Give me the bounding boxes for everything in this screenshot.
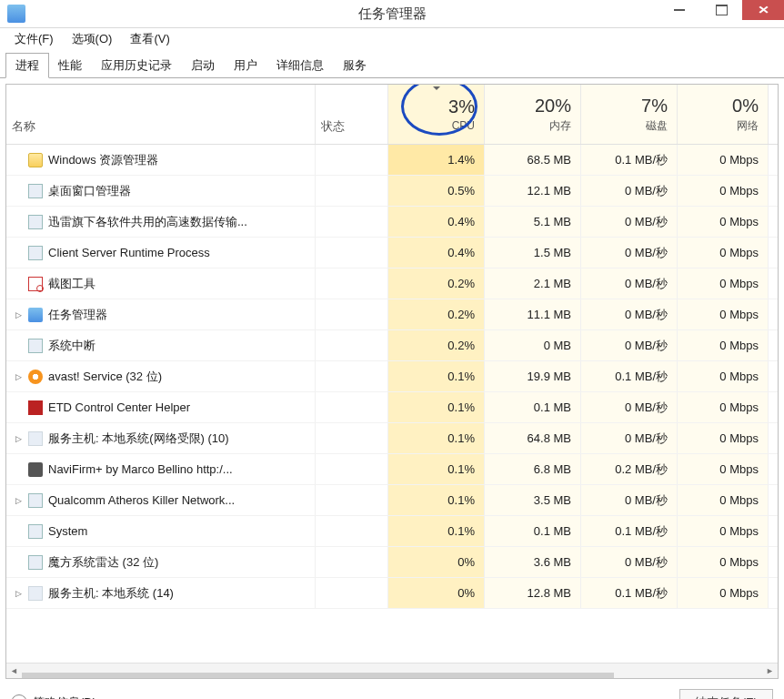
table-row[interactable]: ▷服务主机: 本地系统 (14)0%12.8 MB0.1 MB/秒0 Mbps [6,578,778,609]
process-icon [28,339,43,353]
tab-services[interactable]: 服务 [333,53,377,77]
cell-mem: 1.5 MB [485,238,581,268]
col-state[interactable]: 状态 [316,85,388,144]
col-mem-value: 20% [535,96,571,116]
table-row[interactable]: ▷Client Server Runtime Process0.4%1.5 MB… [6,238,778,268]
cell-mem: 0 MB [485,330,581,360]
process-name: 截图工具 [48,276,95,292]
cell-net: 0 Mbps [678,361,769,391]
scroll-left-icon[interactable]: ◄ [6,664,22,679]
cell-disk: 0 MB/秒 [581,207,678,237]
cell-cpu: 0.1% [388,392,485,422]
tab-startup[interactable]: 启动 [181,53,225,77]
table-row[interactable]: ▷服务主机: 本地系统(网络受限) (10)0.1%64.8 MB0 MB/秒0… [6,423,778,454]
cell-disk: 0 MB/秒 [581,423,678,453]
process-icon [28,153,43,167]
col-disk[interactable]: 7% 磁盘 [581,85,678,144]
tabstrip: 进程 性能 应用历史记录 启动 用户 详细信息 服务 [0,52,784,78]
cell-disk: 0.2 MB/秒 [581,454,678,484]
tab-app-history[interactable]: 应用历史记录 [91,53,182,77]
cell-mem: 68.5 MB [485,145,581,175]
process-icon [28,555,43,570]
menu-view[interactable]: 查看(V) [121,29,178,49]
cell-mem: 12.8 MB [485,578,581,608]
close-button[interactable] [742,0,784,20]
end-task-button[interactable]: 结束任务(E) [679,689,773,699]
table-row[interactable]: ▷系统中断0.2%0 MB0 MB/秒0 Mbps [6,330,778,361]
horizontal-scrollbar[interactable]: ◄ ► [6,663,778,678]
expand-icon[interactable]: ▷ [14,372,23,381]
process-name: Client Server Runtime Process [48,246,210,259]
cell-mem: 6.8 MB [485,454,581,484]
cell-cpu: 0.1% [388,485,485,515]
cell-net: 0 Mbps [678,547,769,577]
cell-disk: 0 MB/秒 [581,238,678,268]
cell-name: ▷魔方系统雷达 (32 位) [6,547,316,577]
cell-net: 0 Mbps [678,423,769,453]
cell-mem: 12.1 MB [485,176,581,206]
bottombar: ˄ 简略信息(D) 结束任务(E) [0,684,784,699]
col-net-label: 网络 [737,118,759,134]
expand-icon[interactable]: ▷ [14,310,23,319]
table-row[interactable]: ▷Windows 资源管理器1.4%68.5 MB0.1 MB/秒0 Mbps [6,145,778,176]
cell-name: ▷ETD Control Center Helper [6,392,316,422]
cell-cpu: 0.1% [388,361,485,391]
menu-options[interactable]: 选项(O) [63,29,122,49]
cell-cpu: 0.4% [388,238,485,268]
cell-net: 0 Mbps [678,454,769,484]
cell-net: 0 Mbps [678,268,769,299]
expand-icon[interactable]: ▷ [14,434,23,443]
fewer-details-button[interactable]: ˄ 简略信息(D) [11,694,96,699]
process-icon [28,400,43,415]
table-row[interactable]: ▷截图工具0.2%2.1 MB0 MB/秒0 Mbps [6,268,778,299]
fewer-details-label: 简略信息(D) [33,694,96,699]
process-icon [28,246,43,260]
table-row[interactable]: ▷NaviFirm+ by Marco Bellino http:/...0.1… [6,454,778,485]
table-row[interactable]: ▷System0.1%0.1 MB0.1 MB/秒0 Mbps [6,516,778,547]
scroll-right-icon[interactable]: ► [762,664,778,679]
scroll-thumb[interactable] [22,673,614,679]
cell-mem: 64.8 MB [485,423,581,453]
process-name: 魔方系统雷达 (32 位) [48,554,158,571]
menu-file[interactable]: 文件(F) [5,29,63,49]
table-row[interactable]: ▷ETD Control Center Helper0.1%0.1 MB0 MB… [6,392,778,423]
process-rows: ▷Windows 资源管理器1.4%68.5 MB0.1 MB/秒0 Mbps▷… [6,145,778,663]
cell-state [316,299,388,329]
window-buttons [658,0,784,27]
expand-icon[interactable]: ▷ [14,496,23,505]
expand-icon[interactable]: ▷ [14,589,23,598]
cell-net: 0 Mbps [678,516,769,546]
menubar: 文件(F) 选项(O) 查看(V) [0,28,784,50]
col-cpu-value: 3% [448,96,475,117]
cell-mem: 0.1 MB [485,392,581,422]
cell-net: 0 Mbps [678,176,769,206]
table-row[interactable]: ▷avast! Service (32 位)0.1%19.9 MB0.1 MB/… [6,361,778,392]
table-row[interactable]: ▷魔方系统雷达 (32 位)0%3.6 MB0 MB/秒0 Mbps [6,547,778,578]
cell-mem: 11.1 MB [485,299,581,329]
col-memory[interactable]: 20% 内存 [485,85,581,144]
app-icon [7,5,25,23]
maximize-button[interactable] [700,0,742,20]
minimize-button[interactable] [658,0,700,20]
cell-disk: 0 MB/秒 [581,299,678,329]
cell-state [316,547,388,577]
cell-name: ▷迅雷旗下各软件共用的高速数据传输... [6,207,316,237]
tab-processes[interactable]: 进程 [5,53,49,78]
tab-users[interactable]: 用户 [224,53,267,77]
table-row[interactable]: ▷迅雷旗下各软件共用的高速数据传输...0.4%5.1 MB0 MB/秒0 Mb… [6,207,778,238]
table-row[interactable]: ▷任务管理器0.2%11.1 MB0 MB/秒0 Mbps [6,299,778,330]
process-icon [28,524,43,539]
process-list-pane: 名称 状态 3% CPU 20% 内存 7% 磁盘 0% 网络 ▷Windows… [5,84,779,679]
col-network[interactable]: 0% 网络 [678,85,769,144]
table-row[interactable]: ▷桌面窗口管理器0.5%12.1 MB0 MB/秒0 Mbps [6,176,778,207]
tab-details[interactable]: 详细信息 [266,53,334,77]
col-cpu[interactable]: 3% CPU [388,85,485,144]
cell-disk: 0 MB/秒 [581,485,678,515]
table-row[interactable]: ▷Qualcomm Atheros Killer Network...0.1%3… [6,485,778,516]
col-mem-label: 内存 [549,118,571,134]
titlebar: 任务管理器 [0,0,784,28]
col-name[interactable]: 名称 [6,85,316,144]
process-name: 任务管理器 [48,307,107,323]
cell-cpu: 0.2% [388,299,485,329]
tab-performance[interactable]: 性能 [48,53,92,77]
